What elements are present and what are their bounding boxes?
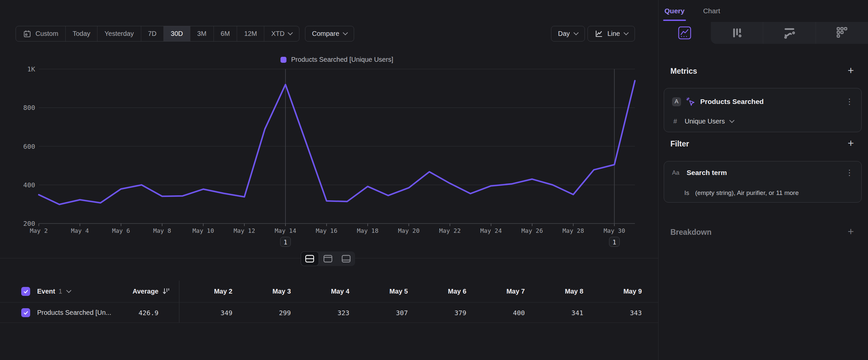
query-panel: Query Chart Metrics + A Products Searche… bbox=[658, 0, 868, 360]
row-event-name[interactable]: Products Searched [Un... bbox=[37, 309, 111, 316]
y-axis-tick-label: 200 bbox=[23, 220, 35, 227]
x-axis-tick-label: May 6 bbox=[112, 227, 130, 234]
analytics-app: CustomTodayYesterday7D30D3M6M12MXTD Comp… bbox=[0, 0, 868, 360]
x-axis-tick-label: May 24 bbox=[480, 227, 502, 234]
layout-option-panel-top[interactable] bbox=[319, 251, 337, 266]
x-axis-tick-label: May 28 bbox=[562, 227, 584, 234]
x-axis-tick-label: May 18 bbox=[357, 227, 378, 234]
metric-card-row: A Products Searched ⋮ bbox=[672, 96, 854, 107]
split-horizontal-icon bbox=[305, 254, 315, 263]
metric-name: Products Searched bbox=[700, 98, 841, 106]
retention-icon bbox=[782, 25, 797, 40]
tab-query[interactable]: Query bbox=[664, 0, 685, 22]
x-axis-tick-label: May 8 bbox=[153, 227, 171, 234]
tab-chart-label: Chart bbox=[703, 7, 720, 15]
main-chart-area: CustomTodayYesterday7D30D3M6M12MXTD Comp… bbox=[0, 0, 658, 360]
table-date-value: 379 bbox=[454, 309, 466, 317]
sort-descending-icon[interactable] bbox=[162, 287, 170, 296]
table-date-value: 400 bbox=[513, 309, 525, 317]
x-axis-tick-label: May 10 bbox=[192, 227, 214, 234]
table-row-divider bbox=[0, 323, 658, 323]
filter-card[interactable]: Aa Search term ⋮ Is (empty string), Air … bbox=[664, 161, 862, 202]
layout-option-panel-bottom[interactable] bbox=[337, 251, 355, 266]
table-date-header[interactable]: May 9 bbox=[623, 287, 642, 295]
y-axis-tick-label: 800 bbox=[23, 104, 35, 112]
table-date-header[interactable]: May 2 bbox=[214, 287, 232, 295]
cursor-click-icon bbox=[686, 96, 695, 107]
viz-tab-insights-line-active[interactable] bbox=[658, 22, 711, 44]
layout-toggle bbox=[301, 251, 355, 266]
y-axis-tick-label: 1K bbox=[27, 65, 35, 73]
number-aggregation-icon: # bbox=[673, 117, 679, 125]
metric-letter-badge: A bbox=[672, 97, 681, 106]
insights-line-icon bbox=[677, 25, 692, 40]
viz-tab-group bbox=[711, 22, 868, 44]
filter-heading: Filter bbox=[671, 139, 689, 148]
x-axis-tick-label: May 26 bbox=[521, 227, 543, 234]
chevron-down-icon bbox=[66, 288, 71, 293]
chevron-down-icon bbox=[730, 118, 735, 123]
x-axis-tick-label: May 4 bbox=[71, 227, 89, 234]
table-date-value: 341 bbox=[571, 309, 583, 317]
filter-condition-row[interactable]: Is (empty string), Air purifier, or 11 m… bbox=[684, 189, 799, 197]
table-date-value: 307 bbox=[396, 309, 408, 317]
breakdown-heading: Breakdown bbox=[671, 228, 712, 237]
event-header[interactable]: Event 1 bbox=[37, 287, 71, 295]
table-date-value: 343 bbox=[630, 309, 642, 317]
table-date-header[interactable]: May 4 bbox=[331, 287, 349, 295]
table-date-value: 349 bbox=[220, 309, 232, 317]
x-axis-tick-label: May 16 bbox=[316, 227, 337, 234]
viz-tab-funnel[interactable] bbox=[711, 22, 763, 44]
row-average-value: 426.9 bbox=[138, 309, 158, 317]
filter-property: Search term bbox=[687, 169, 841, 177]
table-header-divider bbox=[0, 302, 658, 303]
table-date-header[interactable]: May 7 bbox=[506, 287, 525, 295]
select-all-checkbox[interactable] bbox=[21, 287, 30, 296]
table-date-header[interactable]: May 6 bbox=[448, 287, 466, 295]
funnel-icon bbox=[730, 26, 744, 40]
layout-option-split-horizontal[interactable] bbox=[301, 251, 319, 266]
table-date-header[interactable]: May 3 bbox=[273, 287, 291, 295]
flows-icon bbox=[835, 26, 849, 40]
average-header[interactable]: Average bbox=[133, 287, 158, 295]
filter-card-row: Aa Search term ⋮ bbox=[672, 169, 854, 177]
y-axis-tick-label: 400 bbox=[23, 181, 35, 189]
row-checkbox[interactable] bbox=[21, 308, 30, 317]
table-date-value: 323 bbox=[338, 309, 349, 317]
table-date-header[interactable]: May 8 bbox=[565, 287, 584, 295]
filter-value: (empty string), Air purifier, or 11 more bbox=[695, 189, 799, 197]
panel-top-icon bbox=[323, 254, 333, 263]
metrics-heading: Metrics bbox=[671, 67, 697, 76]
viz-tab-retention[interactable] bbox=[763, 22, 815, 44]
table-date-header[interactable]: May 5 bbox=[390, 287, 408, 295]
x-axis-tick-label: May 2 bbox=[30, 227, 48, 234]
kebab-menu-icon[interactable]: ⋮ bbox=[845, 169, 854, 176]
panel-tabs: Query Chart bbox=[658, 0, 868, 22]
x-axis-tick-label: May 12 bbox=[234, 227, 255, 234]
event-count: 1 bbox=[58, 287, 62, 295]
check-icon bbox=[23, 310, 29, 316]
viz-type-tabs bbox=[658, 22, 868, 44]
annotation-badge[interactable]: 1 bbox=[280, 237, 291, 247]
add-breakdown-button[interactable]: + bbox=[845, 226, 857, 237]
metric-aggregation-row[interactable]: # Unique Users bbox=[673, 117, 734, 125]
x-axis-tick-label: May 14 bbox=[275, 227, 296, 234]
line-chart[interactable] bbox=[0, 0, 658, 266]
viz-tab-flows[interactable] bbox=[816, 22, 868, 44]
annotation-badge[interactable]: 1 bbox=[609, 237, 620, 247]
table-column-divider bbox=[179, 281, 179, 323]
metric-card[interactable]: A Products Searched ⋮ # Unique Users bbox=[664, 88, 862, 132]
x-axis-tick-label: May 30 bbox=[603, 227, 625, 234]
tab-chart[interactable]: Chart bbox=[703, 0, 720, 22]
x-axis-tick-label: May 22 bbox=[439, 227, 461, 234]
table-date-value: 299 bbox=[279, 309, 291, 317]
kebab-menu-icon[interactable]: ⋮ bbox=[845, 98, 854, 105]
aggregation-label: Unique Users bbox=[685, 117, 725, 125]
event-label: Event bbox=[37, 287, 55, 295]
filter-operator: Is bbox=[684, 189, 689, 197]
x-axis-tick-label: May 20 bbox=[398, 227, 420, 234]
add-filter-button[interactable]: + bbox=[845, 138, 857, 148]
tab-query-label: Query bbox=[664, 7, 685, 15]
add-metric-button[interactable]: + bbox=[845, 65, 857, 76]
text-property-icon: Aa bbox=[672, 169, 682, 176]
